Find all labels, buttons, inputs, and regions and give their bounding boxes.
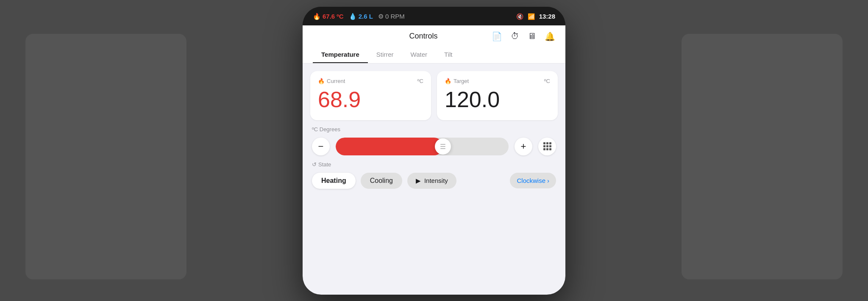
bell-icon[interactable]: 🔔 <box>545 31 555 41</box>
target-unit: ºC <box>544 78 550 84</box>
current-temp-value: 68.9 <box>318 88 423 112</box>
slider-row: − + <box>312 138 556 155</box>
keypad-dot-5 <box>546 145 548 147</box>
timer-icon[interactable]: ⏱ <box>511 31 519 41</box>
slider-fill <box>336 138 443 155</box>
slider-thumb-lines <box>440 144 445 149</box>
wifi-icon: 📶 <box>528 13 535 20</box>
target-label: 🔥 Target <box>445 78 469 84</box>
status-water-value: 2.6 L <box>359 13 373 20</box>
heating-button[interactable]: Heating <box>312 173 356 189</box>
flame-icon: 🔥 <box>313 13 321 20</box>
keypad-dot-3 <box>549 142 551 144</box>
monitor-icon[interactable]: 🖥 <box>528 31 536 41</box>
target-temp-value: 120.0 <box>445 88 550 112</box>
state-clock-icon: ↺ <box>312 161 317 168</box>
status-temperature: 🔥 67.6 ºC <box>313 13 344 20</box>
target-temp-card: 🔥 Target ºC 120.0 <box>437 71 558 120</box>
keypad-dot-1 <box>543 142 545 144</box>
state-section: ↺ State Heating Cooling ▶ Intensity <box>310 161 558 189</box>
content-area: 🔥 Current ºC 68.9 🔥 Target ºC <box>303 64 565 295</box>
drop-icon: 💧 <box>349 13 357 20</box>
background-panel-left <box>25 34 186 279</box>
state-row: Heating Cooling ▶ Intensity Clockwise › <box>312 173 556 189</box>
keypad-dot-6 <box>549 145 551 147</box>
screen: Controls 📄 ⏱ 🖥 🔔 Temperature Stirrer Wat… <box>303 25 565 295</box>
header-icons: 📄 ⏱ 🖥 🔔 <box>492 31 555 41</box>
tab-stirrer[interactable]: Stirrer <box>368 47 402 63</box>
tab-row: Temperature Stirrer Water Tilt <box>313 47 555 63</box>
increase-button[interactable]: + <box>515 138 532 155</box>
mute-icon: 🔇 <box>516 13 523 20</box>
status-water: 💧 2.6 L <box>349 13 373 20</box>
status-rpm: ⚙ 0 RPM <box>378 13 405 20</box>
status-temp-value: 67.6 ºC <box>323 13 344 20</box>
thumb-line-1 <box>440 144 445 145</box>
page-title: Controls <box>355 32 492 41</box>
status-bar: 🔥 67.6 ºC 💧 2.6 L ⚙ 0 RPM 🔇 📶 13:28 <box>303 7 565 25</box>
current-label-row: 🔥 Current ºC <box>318 78 423 84</box>
keypad-dot-9 <box>549 148 551 150</box>
rpm-icon: ⚙ <box>378 13 384 20</box>
tab-temperature[interactable]: Temperature <box>313 47 368 63</box>
chevron-right-icon: › <box>547 177 549 184</box>
status-time: 13:28 <box>539 13 555 20</box>
slider-section: ºC Degrees − <box>310 126 558 155</box>
current-label: 🔥 Current <box>318 78 345 84</box>
tab-water[interactable]: Water <box>402 47 436 63</box>
current-temp-card: 🔥 Current ºC 68.9 <box>310 71 431 120</box>
keypad-dot-4 <box>543 145 545 147</box>
thumb-line-2 <box>440 146 445 147</box>
cooling-button[interactable]: Cooling <box>361 173 402 189</box>
thumb-line-3 <box>440 148 445 149</box>
current-flame-icon: 🔥 <box>318 78 325 84</box>
temperature-cards: 🔥 Current ºC 68.9 🔥 Target ºC <box>310 71 558 120</box>
target-flame-icon: 🔥 <box>445 78 451 84</box>
slider-thumb[interactable] <box>435 138 451 155</box>
top-bar: Controls 📄 ⏱ 🖥 🔔 Temperature Stirrer Wat… <box>303 25 565 64</box>
decrease-button[interactable]: − <box>312 138 330 155</box>
status-rpm-value: 0 RPM <box>385 13 405 20</box>
keypad-grid <box>543 142 551 150</box>
background-panel-right <box>682 34 843 279</box>
document-icon[interactable]: 📄 <box>492 31 502 41</box>
target-label-row: 🔥 Target ºC <box>445 78 550 84</box>
slider-label: ºC Degrees <box>312 126 556 133</box>
status-left: 🔥 67.6 ºC 💧 2.6 L ⚙ 0 RPM <box>313 13 405 20</box>
keypad-dot-2 <box>546 142 548 144</box>
keypad-button[interactable] <box>538 138 556 155</box>
status-right: 🔇 📶 13:28 <box>516 13 555 20</box>
clockwise-button[interactable]: Clockwise › <box>510 173 556 188</box>
intensity-button[interactable]: ▶ Intensity <box>407 173 456 189</box>
device-frame: 🔥 67.6 ºC 💧 2.6 L ⚙ 0 RPM 🔇 📶 13:28 Cont… <box>303 7 565 295</box>
keypad-dot-7 <box>543 148 545 150</box>
tab-tilt[interactable]: Tilt <box>436 47 461 63</box>
current-unit: ºC <box>417 78 423 84</box>
slider-track[interactable] <box>336 138 509 155</box>
state-label: ↺ State <box>312 161 556 168</box>
header-row: Controls 📄 ⏱ 🖥 🔔 <box>313 31 555 47</box>
play-icon: ▶ <box>416 177 421 185</box>
keypad-dot-8 <box>546 148 548 150</box>
